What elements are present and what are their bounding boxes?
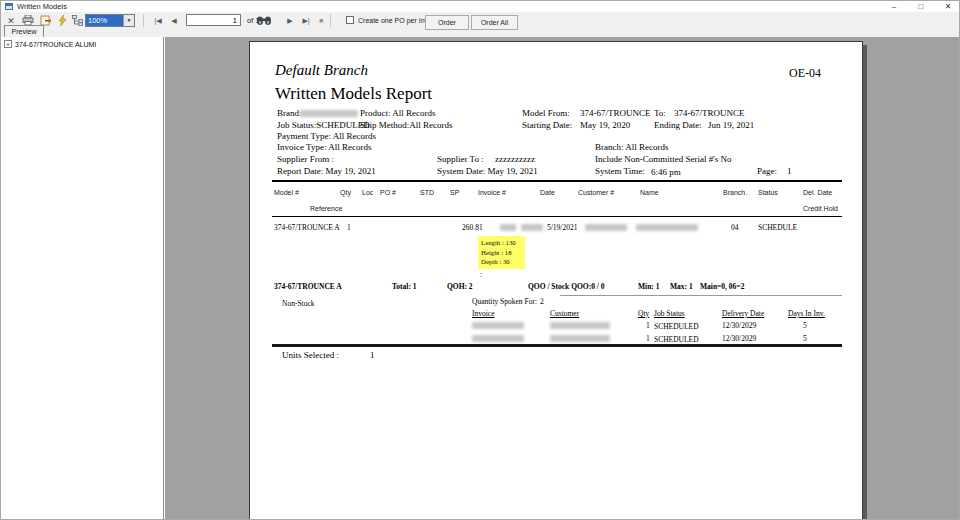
- toolbar-separator: [330, 14, 331, 27]
- page-label: Page:: [757, 166, 777, 176]
- summary-qoh: QOH: 2: [447, 282, 473, 291]
- minimize-button[interactable]: –: [883, 1, 905, 12]
- col-name: Name: [640, 189, 659, 196]
- tree-item-label: 374-67/TROUNCE ALUMI: [15, 41, 96, 48]
- lightning-icon: [58, 15, 67, 26]
- filter-supplier-from: Supplier From :: [277, 154, 334, 164]
- sub-col-invoice: Invoice: [472, 309, 495, 318]
- dimension-colon: :: [480, 270, 482, 279]
- row-std: 260.81: [462, 223, 483, 232]
- maximize-button[interactable]: □: [910, 1, 932, 12]
- prev-page-button[interactable]: ◀: [168, 14, 180, 27]
- filter-model-to-value: 374-67/TROUNCE: [674, 108, 745, 118]
- tab-preview[interactable]: Preview: [4, 25, 44, 37]
- system-time-value: 6:46 pm: [651, 167, 681, 177]
- summary-max: Max: 1: [670, 282, 693, 291]
- spoken-section-rule: [560, 295, 842, 296]
- redacted-customer-value: [585, 224, 627, 231]
- sub-row-status: SCHEDULED: [654, 335, 699, 344]
- filter-include-serials: Include Non-Committed Serial #'s No: [595, 154, 732, 164]
- dimension-depth: Depth : 30: [481, 257, 525, 267]
- page-value: 1: [787, 166, 792, 176]
- redacted-brand-value: [300, 110, 358, 117]
- filter-payment-type: Payment Type: All Records: [277, 131, 376, 141]
- col-std: STD: [420, 189, 434, 196]
- redacted-invoice: [472, 335, 524, 342]
- filter-starting-date-label: Starting Date:: [522, 120, 572, 130]
- filter-starting-date-value: May 19, 2020: [580, 120, 630, 130]
- stop-button[interactable]: ■: [316, 14, 326, 27]
- order-all-button[interactable]: Order All: [471, 15, 518, 30]
- filter-product: Product: All Records: [360, 108, 436, 118]
- redacted-name-value: [636, 224, 698, 231]
- sub-col-customer: Customer: [550, 309, 579, 318]
- redacted-invoice-value: [521, 224, 543, 231]
- row-status: SCHEDULE: [758, 223, 797, 232]
- order-button[interactable]: Order: [425, 15, 469, 30]
- col-qty: Qty: [340, 189, 351, 196]
- col-model: Model #: [274, 189, 299, 196]
- row-model: 374-67/TROUNCE A: [274, 223, 340, 232]
- col-date: Date: [540, 189, 555, 196]
- filter-branch: Branch: All Records: [595, 142, 669, 152]
- summary-min: Min: 1: [638, 282, 659, 291]
- toggle-group-tree-button[interactable]: [71, 14, 84, 27]
- col-po: PO #: [380, 189, 396, 196]
- col-loc: Loc: [362, 189, 373, 196]
- filter-job-status: Job Status:SCHEDULED: [277, 120, 370, 130]
- filter-model-from-label: Model From:: [522, 108, 570, 118]
- non-stock-label: Non-Stock: [282, 299, 315, 308]
- filter-brand-label: Brand:: [277, 108, 302, 118]
- table-rule: [272, 216, 842, 217]
- sub-row-delivery: 12/30/2029: [722, 334, 756, 343]
- summary-total: Total: 1: [392, 282, 417, 291]
- first-page-button[interactable]: |◀: [151, 14, 165, 27]
- refresh-button[interactable]: [56, 14, 68, 27]
- chevron-down-icon: ▼: [123, 15, 134, 26]
- window-title: Written Models: [17, 2, 67, 11]
- summary-main: Main=0, 06=2: [700, 282, 744, 291]
- page-number-input[interactable]: [186, 14, 241, 26]
- col-invoice: Invoice #: [478, 189, 506, 196]
- sub-col-days-in-inv: Days In Inv.: [788, 309, 825, 318]
- sub-row-qty: 1: [646, 334, 650, 343]
- group-tree-panel: + 374-67/TROUNCE ALUMI: [1, 37, 164, 520]
- row-branch: 04: [731, 223, 739, 232]
- filter-ship-method: Ship Method:All Records: [360, 120, 453, 130]
- zoom-value: 100%: [86, 15, 123, 26]
- redacted-sp-value: [500, 224, 516, 231]
- sub-row-delivery: 12/30/2029: [722, 321, 756, 330]
- redacted-customer: [550, 335, 610, 342]
- system-date: System Date: May 19, 2021: [437, 166, 538, 176]
- sub-row-days: 5: [803, 321, 807, 330]
- group-tree-icon: [72, 15, 83, 26]
- close-window-button[interactable]: ✕: [937, 1, 959, 12]
- checkbox-unchecked-icon[interactable]: [346, 16, 354, 24]
- filter-to-label: To:: [654, 108, 666, 118]
- next-page-icon: ▶: [287, 17, 292, 25]
- redacted-customer: [550, 322, 610, 329]
- system-time-label: System Time:: [595, 166, 645, 176]
- search-button[interactable]: [256, 13, 272, 26]
- tree-item-trounce[interactable]: + 374-67/TROUNCE ALUMI: [4, 40, 96, 48]
- stop-icon: ■: [319, 17, 323, 24]
- tree-expand-icon[interactable]: +: [4, 40, 12, 48]
- sub-row-days: 5: [803, 334, 807, 343]
- col-customer: Customer #: [578, 189, 614, 196]
- next-page-button[interactable]: ▶: [284, 14, 296, 27]
- sub-row-qty: 1: [646, 321, 650, 330]
- col-credit-hold: Credit Hold: [803, 205, 838, 212]
- zoom-select[interactable]: 100% ▼: [85, 14, 135, 27]
- sub-row-status: SCHEDULED: [654, 322, 699, 331]
- section-end-rule: [272, 344, 842, 347]
- summary-model: 374-67/TROUNCE A: [274, 282, 342, 291]
- last-page-button[interactable]: ▶|: [299, 14, 313, 27]
- app-icon: [5, 3, 13, 10]
- redacted-invoice: [472, 322, 524, 329]
- sub-col-delivery-date: Delivery Date: [722, 309, 764, 318]
- filter-ending-date-label: Ending Date:: [654, 120, 702, 130]
- filter-supplier-to-label: Supplier To :: [437, 154, 484, 164]
- spoken-for-value: 2: [540, 297, 544, 306]
- filter-invoice-type: Invoice Type: All Records: [277, 142, 371, 152]
- dimension-height: Height : 18: [481, 248, 525, 258]
